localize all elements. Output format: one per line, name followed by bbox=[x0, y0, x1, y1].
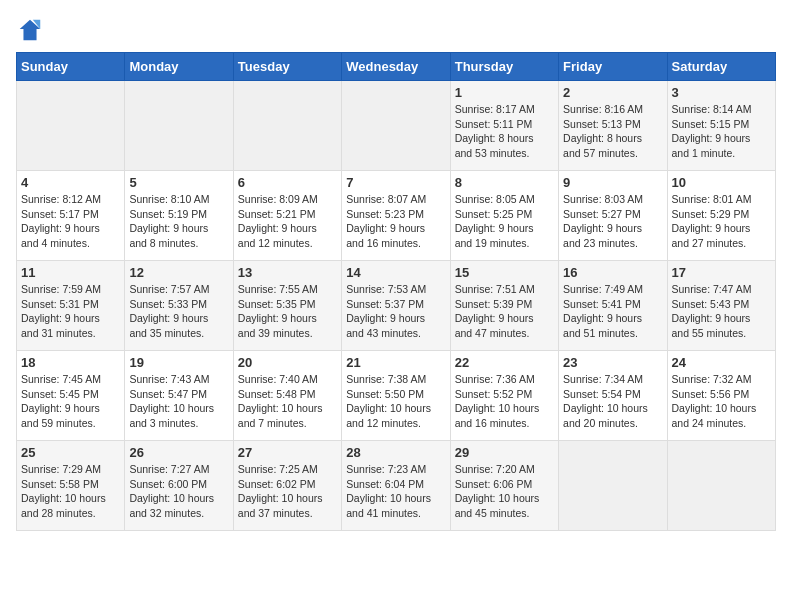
day-info: Sunrise: 7:51 AM Sunset: 5:39 PM Dayligh… bbox=[455, 282, 554, 341]
day-cell: 6Sunrise: 8:09 AM Sunset: 5:21 PM Daylig… bbox=[233, 171, 341, 261]
week-row-3: 18Sunrise: 7:45 AM Sunset: 5:45 PM Dayli… bbox=[17, 351, 776, 441]
day-number: 26 bbox=[129, 445, 228, 460]
header-cell-friday: Friday bbox=[559, 53, 667, 81]
day-number: 21 bbox=[346, 355, 445, 370]
week-row-1: 4Sunrise: 8:12 AM Sunset: 5:17 PM Daylig… bbox=[17, 171, 776, 261]
day-cell: 19Sunrise: 7:43 AM Sunset: 5:47 PM Dayli… bbox=[125, 351, 233, 441]
day-info: Sunrise: 7:40 AM Sunset: 5:48 PM Dayligh… bbox=[238, 372, 337, 431]
week-row-4: 25Sunrise: 7:29 AM Sunset: 5:58 PM Dayli… bbox=[17, 441, 776, 531]
day-cell: 2Sunrise: 8:16 AM Sunset: 5:13 PM Daylig… bbox=[559, 81, 667, 171]
day-number: 14 bbox=[346, 265, 445, 280]
day-number: 1 bbox=[455, 85, 554, 100]
day-number: 7 bbox=[346, 175, 445, 190]
header-cell-thursday: Thursday bbox=[450, 53, 558, 81]
week-row-0: 1Sunrise: 8:17 AM Sunset: 5:11 PM Daylig… bbox=[17, 81, 776, 171]
day-info: Sunrise: 7:43 AM Sunset: 5:47 PM Dayligh… bbox=[129, 372, 228, 431]
day-info: Sunrise: 7:45 AM Sunset: 5:45 PM Dayligh… bbox=[21, 372, 120, 431]
day-cell bbox=[17, 81, 125, 171]
day-info: Sunrise: 7:29 AM Sunset: 5:58 PM Dayligh… bbox=[21, 462, 120, 521]
day-number: 6 bbox=[238, 175, 337, 190]
day-info: Sunrise: 8:05 AM Sunset: 5:25 PM Dayligh… bbox=[455, 192, 554, 251]
day-number: 25 bbox=[21, 445, 120, 460]
day-cell bbox=[125, 81, 233, 171]
header-cell-tuesday: Tuesday bbox=[233, 53, 341, 81]
day-number: 24 bbox=[672, 355, 771, 370]
header-cell-saturday: Saturday bbox=[667, 53, 775, 81]
day-number: 11 bbox=[21, 265, 120, 280]
day-number: 23 bbox=[563, 355, 662, 370]
day-cell: 17Sunrise: 7:47 AM Sunset: 5:43 PM Dayli… bbox=[667, 261, 775, 351]
header-cell-sunday: Sunday bbox=[17, 53, 125, 81]
day-cell: 15Sunrise: 7:51 AM Sunset: 5:39 PM Dayli… bbox=[450, 261, 558, 351]
day-info: Sunrise: 8:16 AM Sunset: 5:13 PM Dayligh… bbox=[563, 102, 662, 161]
day-info: Sunrise: 7:27 AM Sunset: 6:00 PM Dayligh… bbox=[129, 462, 228, 521]
day-number: 5 bbox=[129, 175, 228, 190]
day-cell bbox=[667, 441, 775, 531]
day-cell bbox=[342, 81, 450, 171]
day-number: 16 bbox=[563, 265, 662, 280]
day-number: 9 bbox=[563, 175, 662, 190]
day-cell: 1Sunrise: 8:17 AM Sunset: 5:11 PM Daylig… bbox=[450, 81, 558, 171]
day-info: Sunrise: 7:23 AM Sunset: 6:04 PM Dayligh… bbox=[346, 462, 445, 521]
day-cell: 18Sunrise: 7:45 AM Sunset: 5:45 PM Dayli… bbox=[17, 351, 125, 441]
day-cell: 22Sunrise: 7:36 AM Sunset: 5:52 PM Dayli… bbox=[450, 351, 558, 441]
day-cell: 24Sunrise: 7:32 AM Sunset: 5:56 PM Dayli… bbox=[667, 351, 775, 441]
day-number: 3 bbox=[672, 85, 771, 100]
day-info: Sunrise: 7:38 AM Sunset: 5:50 PM Dayligh… bbox=[346, 372, 445, 431]
day-cell: 12Sunrise: 7:57 AM Sunset: 5:33 PM Dayli… bbox=[125, 261, 233, 351]
day-cell: 3Sunrise: 8:14 AM Sunset: 5:15 PM Daylig… bbox=[667, 81, 775, 171]
day-cell: 11Sunrise: 7:59 AM Sunset: 5:31 PM Dayli… bbox=[17, 261, 125, 351]
calendar-body: 1Sunrise: 8:17 AM Sunset: 5:11 PM Daylig… bbox=[17, 81, 776, 531]
day-number: 17 bbox=[672, 265, 771, 280]
day-cell: 23Sunrise: 7:34 AM Sunset: 5:54 PM Dayli… bbox=[559, 351, 667, 441]
day-number: 4 bbox=[21, 175, 120, 190]
day-cell: 5Sunrise: 8:10 AM Sunset: 5:19 PM Daylig… bbox=[125, 171, 233, 261]
day-number: 8 bbox=[455, 175, 554, 190]
day-cell bbox=[233, 81, 341, 171]
day-cell: 13Sunrise: 7:55 AM Sunset: 5:35 PM Dayli… bbox=[233, 261, 341, 351]
day-number: 28 bbox=[346, 445, 445, 460]
page-header bbox=[16, 16, 776, 44]
day-info: Sunrise: 7:32 AM Sunset: 5:56 PM Dayligh… bbox=[672, 372, 771, 431]
day-cell bbox=[559, 441, 667, 531]
day-number: 27 bbox=[238, 445, 337, 460]
day-cell: 7Sunrise: 8:07 AM Sunset: 5:23 PM Daylig… bbox=[342, 171, 450, 261]
day-info: Sunrise: 7:59 AM Sunset: 5:31 PM Dayligh… bbox=[21, 282, 120, 341]
day-info: Sunrise: 8:10 AM Sunset: 5:19 PM Dayligh… bbox=[129, 192, 228, 251]
day-info: Sunrise: 8:12 AM Sunset: 5:17 PM Dayligh… bbox=[21, 192, 120, 251]
calendar-table: SundayMondayTuesdayWednesdayThursdayFrid… bbox=[16, 52, 776, 531]
day-cell: 4Sunrise: 8:12 AM Sunset: 5:17 PM Daylig… bbox=[17, 171, 125, 261]
logo-icon bbox=[16, 16, 44, 44]
day-cell: 10Sunrise: 8:01 AM Sunset: 5:29 PM Dayli… bbox=[667, 171, 775, 261]
header-cell-wednesday: Wednesday bbox=[342, 53, 450, 81]
day-info: Sunrise: 7:49 AM Sunset: 5:41 PM Dayligh… bbox=[563, 282, 662, 341]
header-cell-monday: Monday bbox=[125, 53, 233, 81]
day-info: Sunrise: 7:47 AM Sunset: 5:43 PM Dayligh… bbox=[672, 282, 771, 341]
day-number: 19 bbox=[129, 355, 228, 370]
day-info: Sunrise: 8:03 AM Sunset: 5:27 PM Dayligh… bbox=[563, 192, 662, 251]
day-cell: 27Sunrise: 7:25 AM Sunset: 6:02 PM Dayli… bbox=[233, 441, 341, 531]
calendar-header: SundayMondayTuesdayWednesdayThursdayFrid… bbox=[17, 53, 776, 81]
day-info: Sunrise: 7:34 AM Sunset: 5:54 PM Dayligh… bbox=[563, 372, 662, 431]
day-cell: 8Sunrise: 8:05 AM Sunset: 5:25 PM Daylig… bbox=[450, 171, 558, 261]
week-row-2: 11Sunrise: 7:59 AM Sunset: 5:31 PM Dayli… bbox=[17, 261, 776, 351]
day-number: 29 bbox=[455, 445, 554, 460]
day-cell: 14Sunrise: 7:53 AM Sunset: 5:37 PM Dayli… bbox=[342, 261, 450, 351]
day-number: 13 bbox=[238, 265, 337, 280]
day-cell: 28Sunrise: 7:23 AM Sunset: 6:04 PM Dayli… bbox=[342, 441, 450, 531]
day-cell: 21Sunrise: 7:38 AM Sunset: 5:50 PM Dayli… bbox=[342, 351, 450, 441]
day-info: Sunrise: 7:20 AM Sunset: 6:06 PM Dayligh… bbox=[455, 462, 554, 521]
day-number: 20 bbox=[238, 355, 337, 370]
day-info: Sunrise: 8:17 AM Sunset: 5:11 PM Dayligh… bbox=[455, 102, 554, 161]
day-cell: 29Sunrise: 7:20 AM Sunset: 6:06 PM Dayli… bbox=[450, 441, 558, 531]
day-info: Sunrise: 8:07 AM Sunset: 5:23 PM Dayligh… bbox=[346, 192, 445, 251]
day-info: Sunrise: 7:55 AM Sunset: 5:35 PM Dayligh… bbox=[238, 282, 337, 341]
day-cell: 20Sunrise: 7:40 AM Sunset: 5:48 PM Dayli… bbox=[233, 351, 341, 441]
day-info: Sunrise: 7:25 AM Sunset: 6:02 PM Dayligh… bbox=[238, 462, 337, 521]
day-info: Sunrise: 8:09 AM Sunset: 5:21 PM Dayligh… bbox=[238, 192, 337, 251]
day-cell: 25Sunrise: 7:29 AM Sunset: 5:58 PM Dayli… bbox=[17, 441, 125, 531]
day-info: Sunrise: 7:36 AM Sunset: 5:52 PM Dayligh… bbox=[455, 372, 554, 431]
day-info: Sunrise: 7:57 AM Sunset: 5:33 PM Dayligh… bbox=[129, 282, 228, 341]
day-cell: 26Sunrise: 7:27 AM Sunset: 6:00 PM Dayli… bbox=[125, 441, 233, 531]
day-cell: 9Sunrise: 8:03 AM Sunset: 5:27 PM Daylig… bbox=[559, 171, 667, 261]
